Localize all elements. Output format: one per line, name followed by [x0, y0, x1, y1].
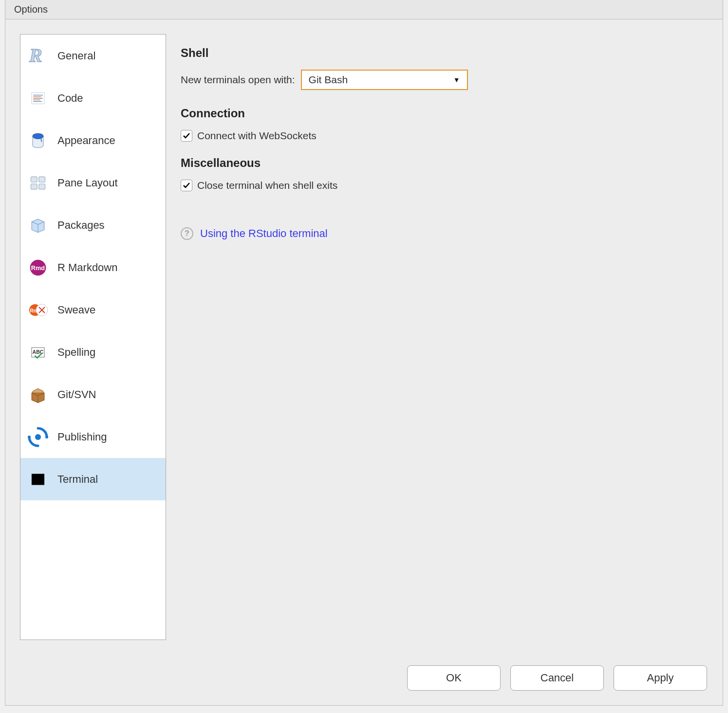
sidebar-item-label: Spelling: [57, 346, 95, 359]
sweave-icon: Rnw: [27, 299, 49, 321]
connect-websockets-label: Connect with WebSockets: [197, 130, 317, 142]
sidebar-item-appearance[interactable]: Appearance: [20, 119, 166, 162]
help-link-row: ? Using the RStudio terminal: [181, 227, 708, 240]
rmd-icon: Rmd: [27, 257, 49, 278]
new-terminals-select[interactable]: Git Bash ▼: [301, 70, 468, 90]
svg-point-19: [35, 434, 41, 440]
spelling-icon: ABC: [27, 342, 49, 363]
shell-heading: Shell: [181, 46, 708, 60]
help-icon: ?: [181, 227, 193, 240]
new-terminals-value: Git Bash: [309, 74, 348, 86]
svg-point-21: [28, 436, 31, 439]
sidebar-item-pane-layout[interactable]: Pane Layout: [20, 162, 166, 204]
sidebar-item-code[interactable]: Code: [20, 77, 166, 119]
sidebar-item-label: Sweave: [57, 304, 95, 316]
options-dialog: Options R General: [5, 0, 723, 706]
sidebar-item-sweave[interactable]: Rnw Sweave: [20, 289, 166, 331]
sidebar-item-general[interactable]: R General: [20, 35, 166, 77]
svg-text:Rmd: Rmd: [31, 264, 45, 272]
sidebar-item-gitsvn[interactable]: Git/SVN: [20, 373, 166, 416]
sidebar-item-spelling[interactable]: ABC Spelling: [20, 331, 166, 373]
panes-icon: [27, 172, 49, 194]
sidebar-item-publishing[interactable]: Publishing: [20, 416, 166, 458]
new-terminals-row: New terminals open with: Git Bash ▼: [181, 70, 708, 90]
sidebar-item-label: Publishing: [57, 431, 107, 443]
cancel-button[interactable]: Cancel: [510, 665, 604, 691]
svg-point-7: [33, 133, 43, 139]
svg-rect-22: [32, 474, 44, 485]
sidebar-item-terminal[interactable]: Terminal: [20, 458, 166, 500]
new-terminals-label: New terminals open with:: [181, 74, 295, 86]
chevron-down-icon: ▼: [453, 76, 460, 84]
connect-websockets-row: Connect with WebSockets: [181, 130, 708, 142]
terminal-settings-panel: Shell New terminals open with: Git Bash …: [166, 34, 723, 705]
ok-button[interactable]: OK: [407, 665, 501, 691]
box-icon: [27, 215, 49, 236]
git-box-icon: [27, 384, 49, 405]
close-terminal-checkbox[interactable]: [181, 180, 192, 191]
connect-websockets-checkbox[interactable]: [181, 130, 192, 142]
svg-rect-11: [39, 183, 45, 189]
using-terminal-link[interactable]: Using the RStudio terminal: [200, 227, 328, 240]
sidebar-item-label: Pane Layout: [57, 177, 118, 189]
svg-rect-10: [31, 183, 37, 189]
dialog-body: R General Code: [5, 19, 723, 705]
connection-heading: Connection: [181, 107, 708, 120]
sidebar-item-label: Packages: [57, 219, 105, 232]
sidebar-item-label: Terminal: [57, 473, 98, 486]
svg-rect-8: [31, 177, 37, 182]
publish-icon: [27, 426, 49, 448]
misc-heading: Miscellaneous: [181, 156, 708, 170]
svg-point-20: [45, 436, 48, 439]
svg-text:ABC: ABC: [32, 349, 43, 355]
paint-bucket-icon: [27, 130, 49, 151]
sidebar-item-label: Code: [57, 92, 83, 105]
dialog-button-bar: OK Cancel Apply: [407, 665, 707, 691]
sidebar-item-label: Appearance: [57, 134, 115, 147]
sidebar-item-label: R Markdown: [57, 261, 117, 274]
svg-rect-9: [39, 177, 45, 182]
dialog-title: Options: [5, 0, 723, 19]
sidebar-item-label: Git/SVN: [57, 388, 96, 401]
apply-button[interactable]: Apply: [614, 665, 707, 691]
sidebar-item-rmarkdown[interactable]: Rmd R Markdown: [20, 246, 166, 289]
options-sidebar: R General Code: [20, 34, 166, 640]
terminal-icon: [27, 469, 49, 490]
sidebar-item-packages[interactable]: Packages: [20, 204, 166, 246]
code-icon: [27, 88, 49, 109]
close-terminal-row: Close terminal when shell exits: [181, 180, 708, 191]
close-terminal-label: Close terminal when shell exits: [197, 180, 337, 191]
svg-text:R: R: [29, 45, 42, 66]
sidebar-item-label: General: [57, 50, 95, 62]
r-icon: R: [27, 45, 49, 67]
